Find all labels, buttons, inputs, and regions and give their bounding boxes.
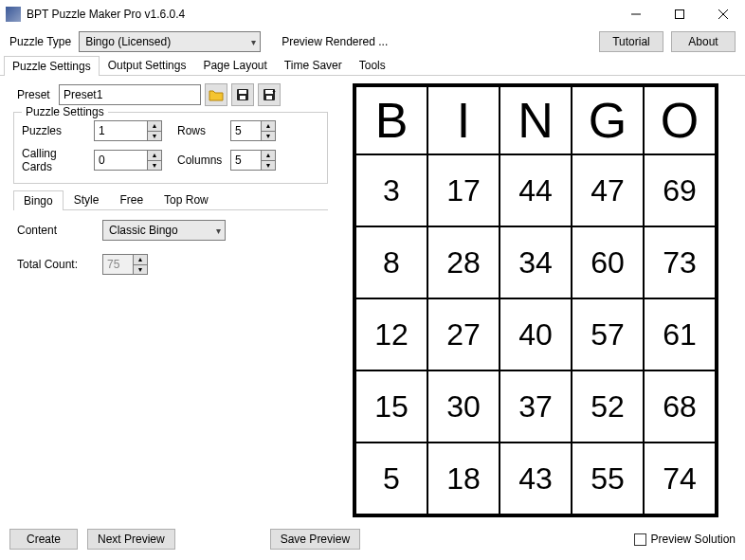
preview-panel: B I N G O 3 17 44 47 69 8 28 34 60	[336, 80, 736, 523]
save-icon	[236, 88, 249, 101]
calling-cards-input[interactable]	[94, 150, 147, 171]
app-icon	[6, 7, 21, 22]
bingo-cell: 5	[355, 443, 427, 515]
bingo-cell: 57	[572, 298, 644, 370]
puzzles-label: Puzzles	[22, 124, 88, 137]
puzzles-spinner[interactable]: ▲▼	[94, 120, 162, 141]
maximize-button[interactable]	[658, 0, 701, 28]
bingo-cell: 28	[427, 226, 500, 298]
bingo-cell: 34	[500, 226, 572, 298]
folder-icon	[209, 88, 224, 101]
title-bar: BPT Puzzle Maker Pro v1.6.0.4	[0, 0, 745, 28]
bingo-card-preview: B I N G O 3 17 44 47 69 8 28 34 60	[353, 83, 718, 517]
total-count-input	[102, 254, 133, 275]
bingo-cell: 60	[572, 226, 644, 298]
spin-up-icon[interactable]: ▲	[148, 121, 161, 132]
chevron-down-icon: ▾	[216, 226, 221, 236]
spin-down-icon[interactable]: ▼	[148, 161, 161, 171]
columns-label: Columns	[177, 154, 225, 167]
spin-down-icon[interactable]: ▼	[262, 132, 275, 141]
save-preview-button[interactable]: Save Preview	[270, 529, 360, 550]
bingo-cell: 55	[572, 443, 644, 515]
tab-time-saver[interactable]: Time Saver	[276, 55, 351, 75]
tab-tools[interactable]: Tools	[351, 55, 394, 75]
rows-input[interactable]	[230, 120, 261, 141]
about-button[interactable]: About	[671, 31, 736, 52]
bingo-cell: 27	[427, 298, 500, 370]
save-preset-button[interactable]	[231, 83, 254, 106]
columns-input[interactable]	[230, 150, 261, 171]
content-value: Classic Bingo	[109, 224, 178, 237]
create-button[interactable]: Create	[9, 529, 78, 550]
calling-cards-spinner[interactable]: ▲▼	[94, 150, 162, 171]
rows-label: Rows	[177, 124, 225, 137]
tab-page-layout[interactable]: Page Layout	[194, 55, 275, 75]
bingo-cell: 52	[572, 370, 644, 443]
main-area: Preset + Puzzle Settings Puzzles ▲▼ Rows	[0, 76, 745, 523]
bingo-header-cell: N	[500, 86, 572, 154]
close-button[interactable]	[701, 0, 745, 28]
bingo-cell: 3	[355, 154, 427, 226]
bingo-header-cell: I	[427, 86, 500, 154]
subtab-bingo[interactable]: Bingo	[13, 190, 64, 210]
preview-solution-label: Preview Solution	[651, 533, 736, 546]
columns-spinner[interactable]: ▲▼	[230, 150, 276, 171]
rows-spinner[interactable]: ▲▼	[230, 120, 276, 141]
top-toolbar: Puzzle Type Bingo (Licensed) ▾ Preview R…	[0, 28, 745, 55]
spin-up-icon[interactable]: ▲	[262, 151, 275, 161]
spin-down-icon[interactable]: ▼	[262, 161, 275, 171]
content-select[interactable]: Classic Bingo ▾	[102, 220, 226, 241]
bingo-row: 12 27 40 57 61	[355, 298, 716, 370]
spin-up-icon: ▲	[134, 255, 147, 265]
spin-down-icon[interactable]: ▼	[148, 132, 161, 141]
svg-rect-1	[676, 10, 684, 19]
svg-rect-9	[266, 96, 272, 99]
bingo-cell: 17	[427, 154, 500, 226]
subtab-free[interactable]: Free	[109, 190, 154, 209]
preview-solution-checkbox[interactable]: Preview Solution	[634, 533, 736, 546]
content-label: Content	[17, 224, 93, 237]
tab-output-settings[interactable]: Output Settings	[100, 55, 195, 75]
puzzle-settings-legend: Puzzle Settings	[22, 105, 108, 118]
puzzle-settings-group: Puzzle Settings Puzzles ▲▼ Rows ▲▼ Calli…	[13, 112, 328, 184]
minimize-icon	[631, 9, 641, 19]
minimize-button[interactable]	[614, 0, 658, 28]
tab-puzzle-settings[interactable]: Puzzle Settings	[4, 56, 100, 76]
subtab-style[interactable]: Style	[64, 190, 110, 209]
bingo-cell: 44	[500, 154, 572, 226]
subtab-top-row[interactable]: Top Row	[154, 190, 219, 209]
maximize-icon	[675, 9, 684, 19]
next-preview-button[interactable]: Next Preview	[87, 529, 175, 550]
bingo-cell: 43	[500, 443, 572, 515]
spin-up-icon[interactable]: ▲	[262, 121, 275, 132]
bingo-cell: 69	[644, 154, 716, 226]
bingo-cell: 12	[355, 298, 427, 370]
puzzle-type-select[interactable]: Bingo (Licensed) ▾	[79, 31, 261, 52]
chevron-down-icon: ▾	[251, 37, 256, 47]
svg-rect-5	[239, 90, 246, 94]
puzzle-type-label: Puzzle Type	[9, 35, 71, 48]
puzzles-input[interactable]	[94, 120, 147, 141]
preset-input[interactable]	[59, 84, 201, 105]
spin-up-icon[interactable]: ▲	[148, 151, 161, 161]
bingo-row: 3 17 44 47 69	[355, 154, 716, 226]
preset-label: Preset	[17, 88, 55, 101]
bingo-header-row: B I N G O	[355, 86, 716, 154]
preview-status-label: Preview Rendered ...	[282, 35, 388, 48]
open-preset-button[interactable]	[205, 83, 227, 106]
tutorial-button[interactable]: Tutorial	[599, 31, 663, 52]
save-as-preset-button[interactable]: +	[258, 83, 281, 106]
bingo-cell: 47	[572, 154, 644, 226]
bingo-header-cell: G	[572, 86, 644, 154]
bingo-cell: 40	[500, 298, 572, 370]
bingo-cell: 61	[644, 298, 716, 370]
bingo-cell: 8	[355, 226, 427, 298]
total-count-spinner: ▲▼	[102, 254, 148, 275]
bingo-cell: 74	[644, 443, 716, 515]
bingo-cell: 73	[644, 226, 716, 298]
bottom-bar: Create Next Preview Save Preview Preview…	[0, 523, 745, 555]
puzzle-type-value: Bingo (Licensed)	[85, 35, 171, 48]
left-panel: Preset + Puzzle Settings Puzzles ▲▼ Rows	[9, 80, 332, 523]
close-icon	[718, 9, 728, 19]
bingo-cell: 68	[644, 370, 716, 443]
